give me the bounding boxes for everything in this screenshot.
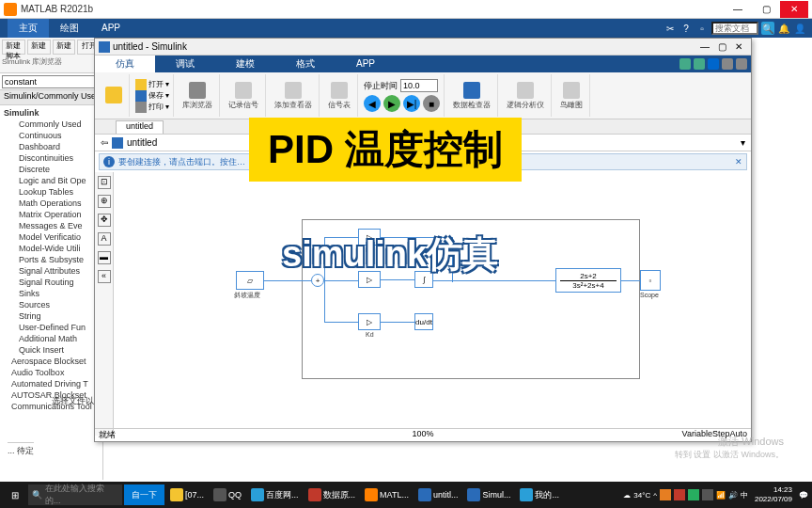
tree-item[interactable]: Additional Math bbox=[0, 333, 102, 344]
model-canvas[interactable]: ▱ 斜坡温度 ▷ Kp ▷ ▷ Kd ∫ du/dt + 2s+2 3s²+2s… bbox=[114, 172, 751, 436]
tab-app[interactable]: APP bbox=[90, 19, 132, 38]
ribbon-icon[interactable] bbox=[679, 58, 691, 70]
tree-item[interactable]: Model-Wide Utili bbox=[0, 243, 102, 254]
derivative-block[interactable]: du/dt bbox=[414, 313, 433, 330]
doc-search-input[interactable] bbox=[711, 22, 758, 35]
tree-item[interactable]: Sources bbox=[0, 299, 102, 310]
open-button[interactable]: 打开▾ bbox=[135, 79, 169, 90]
tree-item[interactable]: Messages & Eve bbox=[0, 220, 102, 231]
tree-item[interactable]: Logic and Bit Ope bbox=[0, 175, 102, 186]
print-button[interactable]: 打印▾ bbox=[135, 102, 169, 113]
new-model-button[interactable] bbox=[102, 86, 125, 105]
tab-debug[interactable]: 调试 bbox=[155, 56, 215, 72]
inner-min-button[interactable]: — bbox=[696, 41, 713, 52]
inner-close-button[interactable]: ✕ bbox=[730, 41, 747, 52]
ime-icon[interactable]: 中 bbox=[741, 490, 748, 500]
close-button[interactable]: ✕ bbox=[780, 1, 808, 18]
inner-max-button[interactable]: ▢ bbox=[713, 41, 730, 52]
tree-item[interactable]: Automated Driving T bbox=[0, 378, 102, 389]
tree-item[interactable]: Signal Attributes bbox=[0, 265, 102, 277]
tab-model[interactable]: 建模 bbox=[215, 56, 275, 72]
taskbar-item[interactable]: Simul... bbox=[463, 484, 514, 505]
stop-time-input[interactable] bbox=[400, 79, 438, 92]
ribbon-icon[interactable] bbox=[736, 58, 747, 70]
signal-table-button[interactable]: 信号表 bbox=[325, 81, 353, 111]
tree-item[interactable]: Sinks bbox=[0, 288, 102, 299]
taskbar-item[interactable]: 数据原... bbox=[304, 484, 360, 505]
help-icon[interactable]: ? bbox=[679, 22, 693, 35]
transfer-fcn-block[interactable]: 2s+2 3s²+2s+4 bbox=[555, 268, 621, 293]
stop-button[interactable]: ■ bbox=[423, 95, 440, 112]
save-button[interactable]: 保存▾ bbox=[135, 90, 169, 102]
ribbon-icon[interactable] bbox=[694, 58, 705, 70]
tray-icon[interactable] bbox=[674, 489, 685, 500]
start-button[interactable]: ⊞ bbox=[4, 484, 26, 506]
scope-block[interactable]: ▫ bbox=[640, 270, 661, 291]
tab-plot[interactable]: 绘图 bbox=[49, 19, 90, 38]
notification-icon[interactable]: 💬 bbox=[799, 491, 808, 500]
logic-analyzer-button[interactable]: 逻辑分析仪 bbox=[504, 81, 547, 111]
annotate-button[interactable]: A bbox=[98, 232, 111, 246]
addon-badge[interactable]: 🔍 bbox=[761, 22, 774, 35]
user-icon[interactable]: 👤 bbox=[793, 22, 806, 35]
run-button[interactable]: ▶ bbox=[383, 95, 400, 112]
doc-icon[interactable]: ▫ bbox=[695, 22, 709, 35]
log-signals-button[interactable]: 记录信号 bbox=[226, 81, 261, 111]
library-search-input[interactable] bbox=[2, 75, 101, 88]
taskbar-item[interactable]: 我的... bbox=[516, 484, 563, 505]
tab-home[interactable]: 主页 bbox=[8, 19, 49, 38]
tree-item[interactable]: Dashboard bbox=[0, 141, 102, 152]
library-browser-button[interactable]: 库浏览器 bbox=[180, 81, 215, 111]
tray-icon[interactable] bbox=[688, 489, 699, 500]
nav-back-icon[interactable]: ⇦ bbox=[101, 137, 108, 148]
taskbar-item[interactable]: 百度网... bbox=[247, 484, 303, 505]
tree-item[interactable]: Discontinuities bbox=[0, 152, 102, 164]
bell-icon[interactable]: 🔔 bbox=[777, 22, 790, 35]
tree-item[interactable]: Continuous bbox=[0, 130, 102, 141]
tree-item[interactable]: String bbox=[0, 310, 102, 322]
cut-icon[interactable]: ✂ bbox=[664, 22, 677, 35]
tree-root[interactable]: Simulink bbox=[0, 107, 102, 119]
tab-format[interactable]: 格式 bbox=[275, 56, 336, 72]
tree-item[interactable]: Model Verificatio bbox=[0, 231, 102, 243]
tree-item[interactable]: Math Operations bbox=[0, 198, 102, 209]
tree-item[interactable]: Quick Insert bbox=[0, 344, 102, 356]
tree-item[interactable]: User-Defined Fun bbox=[0, 322, 102, 333]
network-icon[interactable]: 📶 bbox=[716, 491, 726, 500]
tree-item[interactable]: Matrix Operation bbox=[0, 209, 102, 220]
new2-button[interactable]: 新建 bbox=[53, 40, 76, 55]
breadcrumb-text[interactable]: untitled bbox=[127, 137, 157, 148]
tray-icon[interactable] bbox=[660, 489, 671, 500]
maximize-button[interactable]: ▢ bbox=[752, 1, 780, 18]
new-button[interactable]: 新建 bbox=[27, 40, 51, 55]
taskbar-item[interactable]: MATL... bbox=[361, 484, 413, 505]
data-inspector-button[interactable]: 数据检查器 bbox=[450, 81, 493, 111]
tree-item[interactable]: Ports & Subsyste bbox=[0, 254, 102, 265]
tree-item[interactable]: Discrete bbox=[0, 164, 102, 175]
pan-button[interactable]: ✥ bbox=[98, 214, 111, 227]
clock[interactable]: 14:23 2022/07/09 bbox=[751, 485, 796, 504]
step-forward-button[interactable]: ▶| bbox=[403, 95, 420, 112]
tree-item[interactable]: Lookup Tables bbox=[0, 186, 102, 198]
tip-close-button[interactable]: ✕ bbox=[735, 157, 742, 167]
taskbar-blue-button[interactable]: 自一下 bbox=[124, 484, 164, 505]
volume-icon[interactable]: 🔊 bbox=[728, 491, 738, 500]
tree-item[interactable]: Commonly Used bbox=[0, 119, 102, 130]
minimize-button[interactable]: — bbox=[724, 1, 752, 18]
new-script-button[interactable]: 新建脚本 bbox=[2, 40, 25, 55]
weather-icon[interactable]: ☁ bbox=[623, 491, 631, 500]
library-tree[interactable]: Simulink Commonly Used Continuous Dashbo… bbox=[0, 105, 102, 414]
temperature[interactable]: 34°C bbox=[633, 491, 650, 500]
tray-icon[interactable] bbox=[702, 489, 713, 500]
tree-item[interactable]: Signal Routing bbox=[0, 277, 102, 288]
zoom-in-button[interactable]: ⊕ bbox=[98, 195, 111, 208]
tray-chevron-icon[interactable]: ^ bbox=[653, 491, 657, 500]
birds-eye-button[interactable]: 鸟瞰图 bbox=[557, 81, 586, 111]
tree-item[interactable]: Audio Toolbox bbox=[0, 367, 102, 378]
gain-kd-block[interactable]: ▷ bbox=[358, 313, 381, 330]
taskbar-item[interactable]: untitl... bbox=[414, 484, 462, 505]
ribbon-icon[interactable] bbox=[722, 58, 733, 70]
taskbar-search[interactable]: 🔍 在此处输入搜索的... bbox=[28, 484, 122, 505]
ribbon-icon[interactable] bbox=[708, 58, 719, 70]
tab-simulate[interactable]: 仿真 bbox=[95, 56, 155, 72]
